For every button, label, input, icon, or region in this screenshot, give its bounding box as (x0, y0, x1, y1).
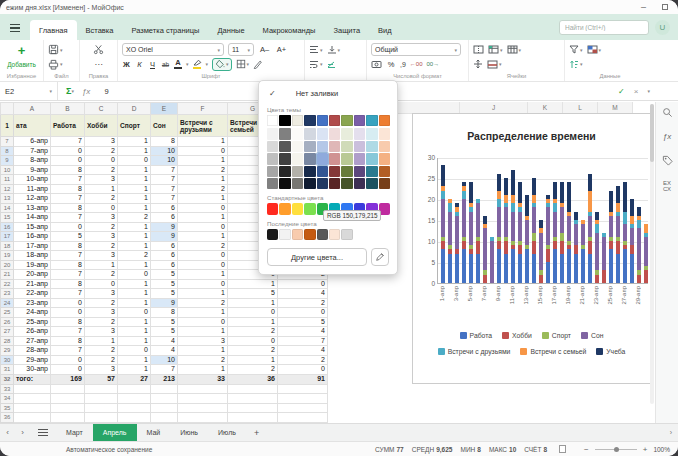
search-icon[interactable] (662, 107, 673, 118)
color-swatch[interactable] (329, 153, 340, 164)
vertical-scrollbar[interactable] (650, 104, 654, 404)
date-cell[interactable]: 12-апр (14, 194, 51, 204)
cell[interactable]: 0 (228, 336, 278, 346)
color-swatch[interactable] (317, 115, 328, 126)
row-number[interactable]: 11 (1, 175, 14, 185)
cell[interactable]: 1 (118, 222, 151, 232)
cell[interactable]: 8 (51, 279, 85, 289)
row-number[interactable]: 30 (1, 355, 14, 365)
cell[interactable]: 2 (85, 355, 118, 365)
cell[interactable]: 1 (178, 156, 228, 166)
increase-decimal-icon[interactable]: 00→ (427, 61, 440, 67)
row-number[interactable]: 10 (1, 165, 14, 175)
date-cell[interactable]: 19-апр (14, 260, 51, 270)
cell[interactable]: 7 (151, 194, 178, 204)
color-swatch[interactable] (279, 141, 290, 152)
row-number[interactable]: 24 (1, 298, 14, 308)
bar[interactable] (560, 182, 564, 283)
cell[interactable] (278, 394, 328, 404)
color-swatch[interactable] (354, 141, 365, 152)
bar[interactable] (567, 182, 571, 283)
cell[interactable] (151, 403, 178, 413)
cell[interactable]: 1 (228, 317, 278, 327)
color-swatch[interactable] (341, 178, 352, 189)
color-swatch[interactable] (379, 178, 390, 189)
cell[interactable]: 0 (51, 298, 85, 308)
sheet-tab[interactable]: Май (137, 424, 171, 441)
totals-cell[interactable]: 27 (118, 374, 151, 384)
strikethrough-button[interactable]: ab (161, 61, 170, 68)
cell[interactable]: 0 (85, 203, 118, 213)
bar[interactable] (595, 212, 599, 283)
color-swatch[interactable] (267, 229, 278, 240)
cell[interactable]: 1 (118, 327, 151, 337)
cell[interactable]: 7 (151, 365, 178, 375)
menu-tab[interactable]: Вставка (77, 20, 123, 40)
color-swatch[interactable] (292, 178, 303, 189)
cell[interactable]: 0 (178, 203, 228, 213)
cell[interactable]: 1 (85, 336, 118, 346)
cell[interactable]: 0 (85, 156, 118, 166)
chart-object[interactable]: Распределение времени 051015202530 1-апр… (412, 113, 651, 384)
insert-function-icon[interactable]: ƒx (82, 87, 90, 96)
cell[interactable]: 0 (51, 156, 85, 166)
sheet-tab[interactable]: Апрель (93, 424, 137, 441)
cell[interactable]: 5 (51, 232, 85, 242)
other-colors-button[interactable]: Другие цвета... (267, 248, 367, 266)
cell[interactable]: 0 (118, 308, 151, 318)
color-swatch[interactable] (354, 153, 365, 164)
cell[interactable] (151, 384, 178, 394)
date-cell[interactable]: 24-апр (14, 308, 51, 318)
color-swatch[interactable] (279, 229, 290, 240)
color-swatch[interactable] (317, 153, 328, 164)
row-number[interactable]: 35 (1, 403, 14, 413)
font-name-select[interactable]: XO Oriel▾ (122, 43, 224, 56)
cell[interactable]: 0 (51, 355, 85, 365)
tabbar-scroll-icon[interactable]: › (670, 429, 672, 436)
cell[interactable] (85, 413, 118, 423)
format-table-button[interactable]: ▾ (507, 45, 522, 54)
eyedropper-button[interactable] (371, 248, 389, 266)
column-header[interactable]: A (14, 103, 51, 115)
totals-cell[interactable]: 57 (85, 374, 118, 384)
cell[interactable]: 5 (278, 317, 328, 327)
cell[interactable]: 7 (51, 270, 85, 280)
bar[interactable] (469, 182, 473, 283)
cell[interactable]: 0 (118, 346, 151, 356)
cell[interactable]: 3 (85, 137, 118, 147)
cell[interactable]: 1 (178, 194, 228, 204)
minimize-button[interactable]: – (641, 4, 646, 10)
delete-cells-button[interactable]: ▾ (487, 60, 502, 69)
date-cell[interactable]: 16-апр (14, 232, 51, 242)
cell[interactable]: 0 (51, 308, 85, 318)
menu-tab[interactable]: Защита (325, 20, 370, 40)
date-cell[interactable]: 27-апр (14, 336, 51, 346)
color-swatch[interactable] (304, 115, 315, 126)
cell[interactable]: 1 (118, 232, 151, 242)
cell[interactable]: 7 (51, 194, 85, 204)
color-swatch[interactable] (267, 128, 278, 139)
cell[interactable]: 0 (118, 156, 151, 166)
bar[interactable] (511, 170, 515, 283)
header-cell[interactable]: Работа (51, 115, 85, 137)
cell[interactable]: 1 (228, 298, 278, 308)
color-swatch[interactable] (267, 166, 278, 177)
row-number[interactable]: 23 (1, 289, 14, 299)
color-swatch[interactable] (379, 153, 390, 164)
cell[interactable]: 7 (51, 289, 85, 299)
bar[interactable] (609, 191, 613, 283)
cell[interactable]: 8 (51, 203, 85, 213)
cell[interactable]: 3 (85, 308, 118, 318)
cell[interactable] (178, 403, 228, 413)
cell[interactable]: 3 (85, 232, 118, 242)
cell[interactable]: 4 (278, 346, 328, 356)
cell[interactable]: 1 (178, 346, 228, 356)
cell[interactable] (178, 413, 228, 423)
cell[interactable]: 7 (151, 165, 178, 175)
comma-style-icon[interactable]: ,9 (400, 61, 406, 68)
row-number[interactable]: 36 (1, 413, 14, 423)
bold-button[interactable]: Ж (122, 60, 131, 69)
color-swatch[interactable] (267, 178, 278, 189)
cell[interactable]: 1 (118, 279, 151, 289)
cell[interactable]: 2 (278, 355, 328, 365)
